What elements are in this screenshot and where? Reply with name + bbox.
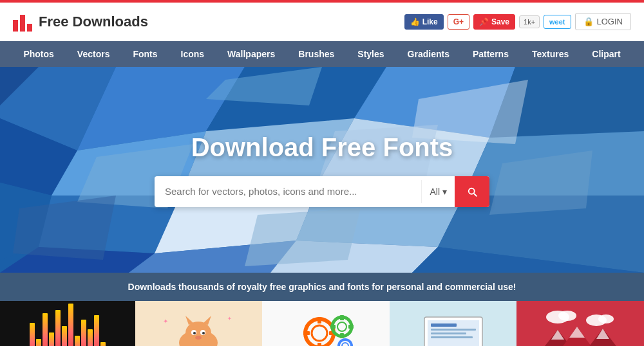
svg-point-65	[598, 314, 614, 323]
svg-point-63	[558, 311, 576, 321]
svg-text:✦: ✦	[163, 318, 168, 325]
tweet-count: 1k+	[519, 15, 540, 28]
pinterest-icon: 📌	[479, 17, 489, 26]
eq-bar-11	[94, 315, 99, 346]
svg-rect-60	[431, 336, 473, 338]
svg-rect-59	[431, 332, 466, 334]
svg-point-40	[312, 325, 327, 341]
nav-link-patterns[interactable]: Patterns	[461, 41, 520, 67]
svg-point-35	[202, 332, 205, 334]
eq-bar-8	[75, 336, 80, 346]
illustration-svg: ✦ ✦	[150, 304, 247, 346]
nav-item-textures: Textures	[520, 41, 580, 67]
thumbnail-equalizer[interactable]	[0, 301, 135, 346]
site-title: Free Downloads	[39, 14, 148, 30]
nav-link-icons[interactable]: Icons	[169, 41, 216, 67]
svg-rect-47	[340, 315, 344, 320]
lock-icon: 🔒	[583, 17, 594, 26]
nav-item-styles: Styles	[346, 41, 395, 67]
login-button[interactable]: 🔒 LOGIN	[575, 13, 631, 30]
eq-bar-7	[68, 304, 73, 346]
eq-bar-1	[30, 323, 35, 346]
svg-rect-43	[303, 331, 310, 335]
nav-item-brushes: Brushes	[287, 41, 346, 67]
search-button[interactable]	[455, 176, 489, 207]
eq-bar-6	[62, 326, 67, 346]
eq-bar-5	[55, 310, 61, 346]
search-bar: All ▾	[155, 176, 489, 207]
nav-link-photos[interactable]: Photos	[12, 41, 65, 67]
twitter-tweet-button[interactable]: weet	[544, 15, 571, 29]
nav-item-vectors: Vectors	[66, 41, 122, 67]
pinterest-save-button[interactable]: 📌 Save	[473, 14, 515, 30]
svg-marker-31	[203, 316, 211, 325]
svg-rect-49	[330, 325, 336, 329]
nav-link-clipart[interactable]: Clipart	[580, 41, 632, 67]
logo-icon	[13, 12, 32, 32]
nav-item-wallpapers: Wallpapers	[216, 41, 287, 67]
mountains-svg	[532, 304, 629, 346]
search-input[interactable]	[155, 178, 421, 205]
header: Free Downloads 👍 Like G+ 📌 Save 1k+ weet…	[0, 3, 644, 41]
thumbnail-illustration[interactable]: ✦ ✦	[135, 301, 263, 346]
eq-bar-3	[43, 313, 48, 346]
hero-content: Download Free Fonts All ▾	[155, 133, 489, 207]
svg-rect-42	[317, 343, 321, 346]
header-actions: 👍 Like G+ 📌 Save 1k+ weet 🔒 LOGIN	[404, 13, 631, 30]
nav-item-gradients: Gradients	[396, 41, 461, 67]
thumbnail-tech[interactable]	[390, 301, 517, 346]
svg-point-36	[195, 336, 202, 340]
gears-svg	[278, 304, 374, 346]
thumbnail-gears[interactable]	[262, 301, 390, 346]
nav-item-patterns: Patterns	[461, 41, 520, 67]
svg-point-52	[342, 343, 348, 346]
tech-svg	[405, 304, 502, 346]
nav-list: Photos Vectors Fonts Icons Wallpapers Br…	[13, 41, 631, 67]
tagline-text: Downloads thousands of royalty free grap…	[128, 282, 516, 292]
eq-bar-12	[100, 342, 106, 346]
nav-link-vectors[interactable]: Vectors	[66, 41, 122, 67]
nav-item-photos: Photos	[12, 41, 65, 67]
nav-item-fonts: Fonts	[121, 41, 169, 67]
search-category-select[interactable]: All ▾	[421, 180, 455, 203]
svg-point-46	[337, 322, 346, 331]
nav-item-clipart: Clipart	[580, 41, 632, 67]
thumbnail-mountains[interactable]	[516, 301, 644, 346]
nav-link-gradients[interactable]: Gradients	[396, 41, 461, 67]
nav-link-textures[interactable]: Textures	[520, 41, 580, 67]
nav-link-wallpapers[interactable]: Wallpapers	[216, 41, 287, 67]
hero-title: Download Free Fonts	[155, 133, 489, 162]
eq-bar-9	[81, 320, 86, 346]
svg-rect-58	[431, 329, 476, 331]
thumbnails-row: ✦ ✦	[0, 301, 644, 346]
google-plus-button[interactable]: G+	[448, 14, 469, 30]
svg-rect-48	[340, 333, 344, 338]
thumbs-up-icon: 👍	[410, 17, 420, 26]
hero-section: Download Free Fonts All ▾	[0, 67, 644, 273]
main-nav: Photos Vectors Fonts Icons Wallpapers Br…	[0, 41, 644, 67]
nav-link-fonts[interactable]: Fonts	[121, 41, 169, 67]
nav-link-brushes[interactable]: Brushes	[287, 41, 346, 67]
svg-point-34	[193, 332, 196, 334]
svg-text:✦: ✦	[227, 316, 232, 322]
tagline-bar: Downloads thousands of royalty free grap…	[0, 273, 644, 301]
facebook-like-button[interactable]: 👍 Like	[404, 14, 444, 30]
svg-rect-50	[348, 325, 354, 329]
eq-bar-10	[88, 329, 93, 346]
svg-point-29	[185, 322, 211, 345]
eq-bar-2	[36, 339, 41, 346]
eq-bar-4	[49, 332, 54, 346]
svg-rect-57	[431, 323, 457, 327]
svg-rect-41	[317, 317, 321, 323]
chevron-down-icon: ▾	[442, 187, 447, 197]
logo-area: Free Downloads	[13, 12, 148, 32]
nav-item-icons: Icons	[169, 41, 216, 67]
nav-link-styles[interactable]: Styles	[346, 41, 395, 67]
svg-marker-30	[185, 316, 194, 325]
svg-marker-26	[245, 208, 361, 266]
search-icon	[466, 186, 478, 197]
